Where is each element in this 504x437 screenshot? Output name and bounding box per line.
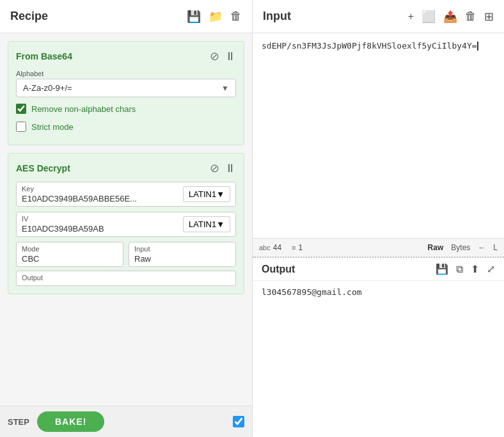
- alphabet-value: A-Za-z0-9+/=: [23, 83, 72, 93]
- mode-value[interactable]: CBC: [22, 254, 118, 264]
- input-header: Input + ⬜ 📤 🗑 ⊞: [253, 0, 504, 33]
- iv-encoding-value: LATIN1: [189, 219, 216, 229]
- strict-mode-checkbox[interactable]: [16, 122, 26, 132]
- step-label: STEP: [8, 417, 29, 427]
- bake-button[interactable]: BAKE!: [37, 411, 104, 432]
- aes-input-label: Input: [134, 245, 230, 253]
- aes-input-value[interactable]: Raw: [134, 254, 230, 264]
- raw-label[interactable]: Raw: [428, 243, 444, 252]
- iv-encoding-dropdown[interactable]: LATIN1 ▼: [183, 216, 230, 232]
- text-cursor: [477, 42, 478, 51]
- aes-output-field: Output: [16, 271, 236, 286]
- key-inner: Key E10ADC3949BA59ABBE56E...: [22, 185, 178, 203]
- input-text-area[interactable]: sdEHP/sn3FM3JsJpW0Pjf8kVHSloexlf5yCiIlby…: [253, 33, 504, 239]
- recipe-panel: From Base64 ⊘ ⏸ Alphabet A-Za-z0-9+/= ▼: [0, 33, 253, 437]
- key-label: Key: [22, 185, 178, 193]
- auto-bake-checkbox[interactable]: [233, 416, 244, 427]
- from-base64-title: From Base64: [16, 51, 72, 61]
- lines-status: ≡ 1: [292, 243, 303, 252]
- alphabet-field-wrap: Alphabet A-Za-z0-9+/= ▼: [16, 70, 236, 97]
- output-header: Output 💾 ⧉ ⬆ ⤢: [253, 258, 504, 281]
- input-toolbar: + ⬜ 📤 🗑 ⊞: [408, 10, 494, 24]
- alphabet-dropdown[interactable]: A-Za-z0-9+/= ▼: [16, 79, 236, 97]
- recipe-title: Recipe: [10, 10, 48, 23]
- upload-output-icon[interactable]: ⬆: [471, 263, 479, 275]
- right-panel: sdEHP/sn3FM3JsJpW0Pjf8kVHSloexlf5yCiIlby…: [253, 33, 504, 437]
- strict-mode-label[interactable]: Strict mode: [31, 122, 74, 132]
- iv-label: IV: [22, 215, 178, 223]
- char-count: 44: [273, 243, 281, 252]
- l-label[interactable]: L: [493, 243, 498, 252]
- arrow-label[interactable]: ←: [478, 243, 485, 252]
- save-recipe-icon[interactable]: 💾: [187, 10, 201, 24]
- remove-nonalpha-label[interactable]: Remove non-alphabet chars: [31, 104, 136, 114]
- add-input-icon[interactable]: +: [408, 11, 414, 22]
- from-base64-pause-icon[interactable]: ⏸: [224, 50, 236, 63]
- key-encoding-value: LATIN1: [189, 189, 216, 199]
- iv-field-wrap: IV E10ADC3949BA59AB LATIN1 ▼: [16, 212, 236, 237]
- output-section: Output 💾 ⧉ ⬆ ⤢ l304567895@gmail.com: [253, 258, 504, 437]
- from-base64-disable-icon[interactable]: ⊘: [210, 49, 219, 63]
- import-input-icon[interactable]: 📤: [443, 10, 457, 24]
- from-base64-card: From Base64 ⊘ ⏸ Alphabet A-Za-z0-9+/= ▼: [8, 41, 244, 145]
- alphabet-dropdown-arrow: ▼: [221, 84, 229, 93]
- bytes-label[interactable]: Bytes: [451, 243, 470, 252]
- trash-input-icon[interactable]: 🗑: [465, 10, 476, 23]
- key-encoding-dropdown[interactable]: LATIN1 ▼: [183, 186, 230, 202]
- aes-input-field: Input Raw: [129, 242, 236, 267]
- remove-nonalpha-row: Remove non-alphabet chars: [16, 104, 236, 114]
- mode-label: Mode: [22, 245, 118, 253]
- key-encoding-arrow: ▼: [216, 189, 224, 199]
- input-title: Input: [263, 10, 291, 23]
- aes-decrypt-title: AES Decrypt: [16, 163, 70, 173]
- layout-input-icon[interactable]: ⊞: [484, 10, 494, 24]
- aes-decrypt-controls: ⊘ ⏸: [210, 161, 236, 175]
- abc-icon: abc: [259, 244, 271, 251]
- aes-decrypt-pause-icon[interactable]: ⏸: [224, 162, 236, 175]
- folder-input-icon[interactable]: ⬜: [421, 10, 436, 24]
- recipe-toolbar: 💾 📁 🗑: [187, 10, 242, 24]
- save-output-icon[interactable]: 💾: [436, 263, 448, 275]
- lines-count: 1: [299, 243, 303, 252]
- output-text-area: l304567895@gmail.com: [253, 281, 504, 437]
- bottom-bar: STEP BAKE!: [0, 406, 252, 437]
- strict-mode-row: Strict mode: [16, 122, 236, 132]
- remove-nonalpha-checkbox[interactable]: [16, 104, 26, 114]
- iv-inner: IV E10ADC3949BA59AB: [22, 215, 178, 234]
- output-title: Output: [262, 264, 295, 275]
- key-value[interactable]: E10ADC3949BA59ABBE56E...: [22, 194, 178, 203]
- iv-value[interactable]: E10ADC3949BA59AB: [22, 224, 178, 234]
- recipe-header: Recipe 💾 📁 🗑: [0, 0, 253, 33]
- aes-decrypt-disable-icon[interactable]: ⊘: [210, 161, 219, 175]
- output-toolbar: 💾 ⧉ ⬆ ⤢: [436, 263, 495, 275]
- expand-output-icon[interactable]: ⤢: [487, 263, 495, 275]
- delete-recipe-icon[interactable]: 🗑: [230, 10, 242, 23]
- iv-encoding-arrow: ▼: [216, 219, 224, 229]
- aes-output-label: Output: [22, 274, 230, 282]
- mode-field: Mode CBC: [16, 242, 123, 267]
- from-base64-controls: ⊘ ⏸: [210, 49, 236, 63]
- output-text: l304567895@gmail.com: [262, 287, 362, 297]
- input-text: sdEHP/sn3FM3JsJpW0Pjf8kVHSloexlf5yCiIlby…: [262, 41, 477, 51]
- status-right: Raw Bytes ← L: [428, 243, 498, 252]
- key-field-wrap: Key E10ADC3949BA59ABBE56E... LATIN1 ▼: [16, 182, 236, 207]
- aes-decrypt-header: AES Decrypt ⊘ ⏸: [16, 161, 236, 175]
- abc-status: abc 44: [259, 243, 281, 252]
- alphabet-label: Alphabet: [16, 70, 236, 77]
- lines-icon: ≡: [292, 244, 295, 251]
- open-recipe-icon[interactable]: 📁: [209, 10, 223, 24]
- mode-input-row: Mode CBC Input Raw: [16, 242, 236, 267]
- copy-output-icon[interactable]: ⧉: [456, 264, 463, 275]
- recipe-scroll-area: From Base64 ⊘ ⏸ Alphabet A-Za-z0-9+/= ▼: [0, 33, 252, 406]
- aes-decrypt-card: AES Decrypt ⊘ ⏸ Key E10ADC3949BA59ABBE56…: [8, 153, 244, 294]
- from-base64-header: From Base64 ⊘ ⏸: [16, 49, 236, 63]
- status-bar: abc 44 ≡ 1 Raw Bytes ← L: [253, 239, 504, 258]
